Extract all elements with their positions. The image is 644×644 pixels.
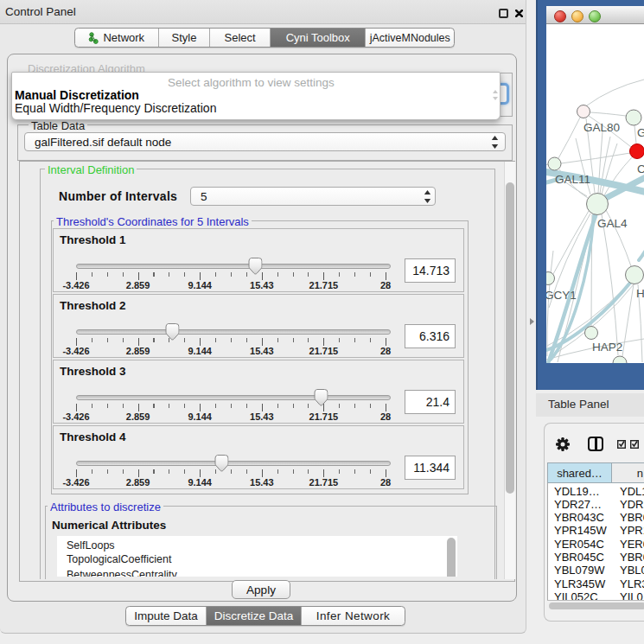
svg-text:GAL80: GAL80 bbox=[583, 121, 620, 134]
svg-text:H: H bbox=[636, 287, 644, 300]
svg-text:GAL4: GAL4 bbox=[597, 217, 628, 230]
svg-text:GA: GA bbox=[637, 126, 644, 139]
svg-text:HAP2: HAP2 bbox=[592, 341, 622, 354]
svg-text:GAL11: GAL11 bbox=[555, 173, 590, 186]
svg-text:C: C bbox=[637, 163, 644, 175]
svg-text:GCY1: GCY1 bbox=[546, 289, 577, 302]
